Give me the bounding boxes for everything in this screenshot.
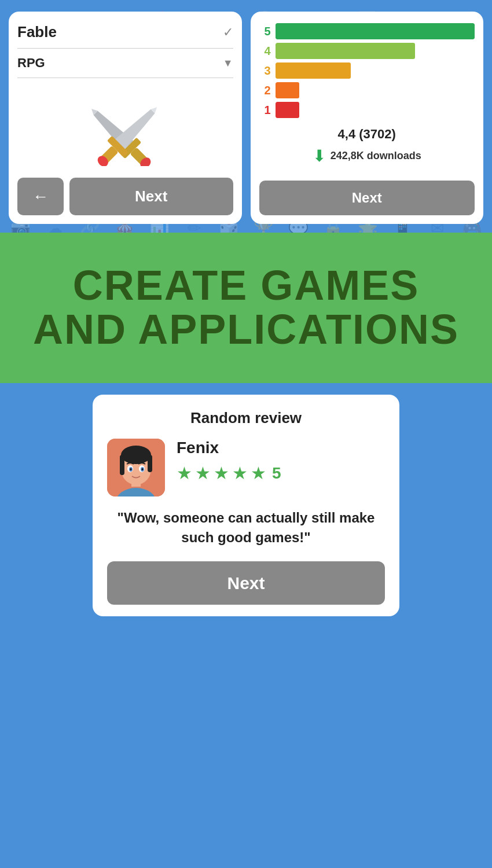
star-count: 5 [272,464,281,483]
rating-bar-bg-2 [276,82,475,98]
next-button-left[interactable]: Next [69,178,233,215]
avatar-svg [107,439,165,496]
rating-row-1: 1 [259,102,475,118]
promo-line2: and Applications [33,306,459,352]
svg-point-14 [121,446,151,464]
star-3: ★ [214,463,229,483]
downloads-row: ⬇ 242,8K downloads [259,146,475,165]
promo-section: Create Games and Applications [0,233,492,383]
review-text: "Wow, someone can actually still make su… [107,508,385,547]
genre-row: RPG ▼ [17,56,233,78]
next-button-right[interactable]: Next [259,181,475,215]
dropdown-arrow-icon[interactable]: ▼ [223,57,233,69]
genre-label: RPG [17,56,45,71]
rating-bar-fill-2 [276,82,299,98]
rating-bar-fill-1 [276,102,299,118]
right-card: 5 4 3 [251,12,484,224]
review-title: Random review [107,409,385,427]
rating-bar-fill-4 [276,43,415,59]
rating-row-4: 4 [259,43,475,59]
ratings-chart: 5 4 3 [259,23,475,118]
crossed-swords-icon [79,91,171,166]
rating-bar-bg-5 [276,23,475,39]
left-card: Fable ✓ RPG ▼ [9,12,242,224]
rating-bar-bg-1 [276,102,475,118]
promo-line1: Create Games [73,262,420,308]
star-4: ★ [232,463,248,483]
rating-row-5: 5 [259,23,475,39]
main-content: Fable ✓ RPG ▼ [0,0,492,868]
rating-bar-fill-5 [276,23,475,39]
game-title-row: Fable ✓ [17,23,233,49]
stars-row: ★ ★ ★ ★ ★ 5 [177,463,281,483]
reviewer-row: Fenix ★ ★ ★ ★ ★ 5 [107,439,385,496]
svg-rect-16 [148,455,152,472]
rating-bar-bg-3 [276,62,475,79]
top-section: Fable ✓ RPG ▼ [0,0,492,233]
rating-num-4: 4 [259,45,271,58]
svg-point-21 [130,468,132,470]
rating-bar-bg-4 [276,43,475,59]
star-2: ★ [195,463,211,483]
rating-bar-fill-3 [276,62,351,79]
rating-num-2: 2 [259,84,271,97]
rating-num-3: 3 [259,64,271,78]
rating-row-3: 3 [259,62,475,79]
review-section: Random review [0,383,492,868]
game-title: Fable [17,23,57,41]
rating-num-5: 5 [259,25,271,38]
reviewer-info: Fenix ★ ★ ★ ★ ★ 5 [177,439,281,483]
reviewer-avatar [107,439,165,496]
checkmark-icon: ✓ [223,25,233,40]
review-card: Random review [93,395,399,616]
rating-summary: 4,4 (3702) [259,127,475,142]
star-5: ★ [251,463,266,483]
sword-icon-container [17,85,233,172]
next-button-review[interactable]: Next [107,561,385,605]
svg-point-22 [142,468,144,470]
rating-row-2: 2 [259,82,475,98]
downloads-text: 242,8K downloads [331,150,421,162]
promo-text: Create Games and Applications [33,264,459,351]
reviewer-name: Fenix [177,439,281,457]
back-button[interactable]: ← [17,178,64,215]
download-icon: ⬇ [313,146,326,165]
left-card-buttons: ← Next [17,178,233,215]
svg-rect-15 [120,455,124,475]
star-1: ★ [177,463,192,483]
rating-num-1: 1 [259,104,271,117]
